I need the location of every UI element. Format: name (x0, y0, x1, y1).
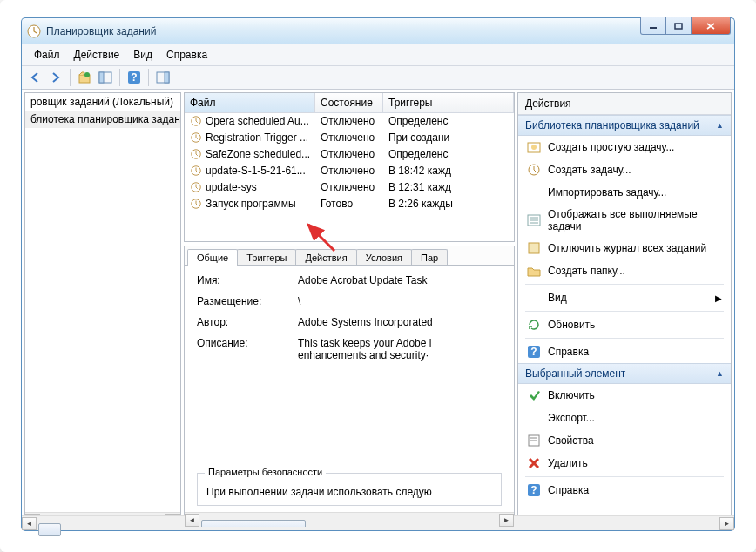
svg-rect-10 (165, 72, 169, 83)
task-trigger: Определенс (383, 146, 514, 162)
security-legend: Параметры безопасности (205, 467, 326, 477)
table-row[interactable]: Registration Trigger ...ОтключеноПри соз… (185, 130, 514, 146)
folder-icon (527, 264, 541, 278)
tab-actions[interactable]: Действия (295, 249, 356, 266)
scroll-right-icon[interactable]: ► (719, 517, 734, 530)
svg-rect-2 (675, 24, 682, 29)
show-actions-button[interactable] (153, 68, 172, 87)
enable-icon (527, 388, 541, 402)
app-icon (27, 24, 41, 38)
svg-text:?: ? (530, 346, 537, 358)
svg-rect-6 (99, 72, 104, 83)
task-trigger: При создани (383, 130, 514, 145)
task-state: Отключено (315, 163, 383, 178)
action-show-running[interactable]: Отображать все выполняемые задачи (518, 204, 731, 237)
up-button[interactable] (75, 68, 94, 87)
col-state[interactable]: Состояние (315, 93, 383, 112)
clock-icon (190, 198, 202, 210)
task-state: Отключено (315, 146, 383, 162)
task-name: update-sys (206, 181, 257, 193)
tab-params[interactable]: Пар (411, 249, 448, 266)
name-label: Имя: (197, 274, 298, 286)
table-row[interactable]: SafeZone scheduled...ОтключеноОпределенс (185, 146, 514, 163)
tab-conditions[interactable]: Условия (356, 249, 412, 266)
details-hscroll[interactable]: ◄ ► (185, 512, 514, 527)
properties-icon (527, 434, 541, 448)
section-selected[interactable]: Выбранный элемент▲ (518, 363, 731, 384)
show-hide-tree-button[interactable] (96, 68, 115, 87)
maximize-button[interactable] (665, 17, 692, 35)
table-row[interactable]: update-sysОтключеноВ 12:31 кажд (185, 179, 514, 196)
delete-icon (527, 456, 541, 470)
task-name: Запуск программы (206, 198, 296, 210)
clock-icon (190, 165, 202, 177)
action-properties[interactable]: Свойства (518, 429, 731, 452)
toolbar: ? (22, 66, 734, 90)
menu-action[interactable]: Действие (67, 47, 127, 63)
task-trigger: В 12:31 кажд (383, 179, 514, 195)
action-view[interactable]: Вид▶ (518, 286, 731, 309)
action-delete[interactable]: Удалить (518, 452, 731, 475)
location-label: Размещение: (197, 295, 298, 307)
tabs: Общие Триггеры Действия Условия Пар (185, 246, 514, 266)
action-new-folder[interactable]: Создать папку... (518, 259, 731, 282)
action-enable[interactable]: Включить (518, 384, 731, 407)
description-label: Описание: (197, 337, 298, 361)
action-export[interactable]: Экспорт... (518, 407, 731, 429)
table-row[interactable]: Запуск программыГотовоВ 2:26 кажды (185, 196, 514, 212)
location-value: \ (298, 295, 502, 307)
forward-button[interactable] (46, 68, 65, 87)
clock-icon (190, 115, 202, 127)
help-button[interactable]: ? (125, 68, 144, 87)
scroll-thumb[interactable] (38, 523, 61, 530)
clock-icon (190, 131, 202, 144)
scroll-right-icon[interactable]: ► (499, 514, 514, 527)
chevron-right-icon: ▶ (715, 293, 722, 303)
refresh-icon (527, 318, 541, 332)
help-icon: ? (527, 483, 541, 497)
tree-node-library[interactable]: блиотека планировщика задан (25, 111, 180, 128)
action-import[interactable]: Импортировать задачу... (518, 181, 731, 204)
collapse-icon: ▲ (716, 121, 724, 130)
task-trigger: В 2:26 кажды (383, 196, 514, 212)
menu-view[interactable]: Вид (126, 47, 159, 63)
actions-pane: Действия Библиотека планировщика заданий… (517, 92, 732, 528)
tab-triggers[interactable]: Триггеры (237, 249, 296, 266)
author-value: Adobe Systems Incorporated (298, 316, 502, 328)
scroll-thumb[interactable] (201, 520, 306, 527)
action-disable-log[interactable]: Отключить журнал всех заданий (518, 237, 731, 259)
action-create[interactable]: Создать задачу... (518, 158, 731, 181)
action-help2[interactable]: ?Справка (518, 479, 731, 502)
col-name[interactable]: Файл (185, 93, 315, 112)
back-button[interactable] (25, 68, 44, 87)
col-triggers[interactable]: Триггеры (383, 93, 514, 112)
section-library[interactable]: Библиотека планировщика заданий▲ (518, 115, 731, 136)
security-groupbox: Параметры безопасности При выполнении за… (197, 473, 502, 506)
action-create-basic[interactable]: Создать простую задачу... (518, 136, 731, 158)
close-button[interactable] (691, 17, 731, 35)
action-help[interactable]: ?Справка (518, 340, 731, 363)
clock-icon (190, 148, 202, 160)
svg-text:?: ? (530, 484, 537, 496)
task-list: Файл Состояние Триггеры Opera scheduled … (184, 92, 515, 242)
scroll-left-icon[interactable]: ◄ (185, 514, 199, 527)
task-trigger: Определенс (383, 113, 514, 129)
titlebar[interactable]: Планировщик заданий (21, 17, 735, 44)
menu-file[interactable]: Файл (27, 47, 67, 63)
name-value: Adobe Acrobat Update Task (298, 274, 502, 286)
author-label: Автор: (197, 316, 298, 328)
minimize-button[interactable] (640, 17, 666, 35)
clock-icon (527, 163, 541, 177)
tab-general[interactable]: Общие (187, 249, 238, 266)
action-refresh[interactable]: Обновить (518, 313, 731, 336)
menu-help[interactable]: Справка (159, 47, 214, 63)
tree-node-root[interactable]: ровщик заданий (Локальный) (25, 93, 180, 111)
table-row[interactable]: update-S-1-5-21-61...ОтключеноВ 18:42 ка… (185, 163, 514, 179)
task-state: Отключено (315, 130, 383, 145)
table-row[interactable]: Opera scheduled Au...ОтключеноОпределенс (185, 113, 514, 130)
svg-point-4 (84, 72, 90, 77)
details-pane: Общие Триггеры Действия Условия Пар Имя:… (184, 246, 515, 528)
scroll-left-icon[interactable]: ◄ (22, 517, 37, 530)
task-name: Registration Trigger ... (206, 131, 308, 144)
tree-pane[interactable]: ровщик заданий (Локальный) блиотека план… (24, 92, 181, 528)
